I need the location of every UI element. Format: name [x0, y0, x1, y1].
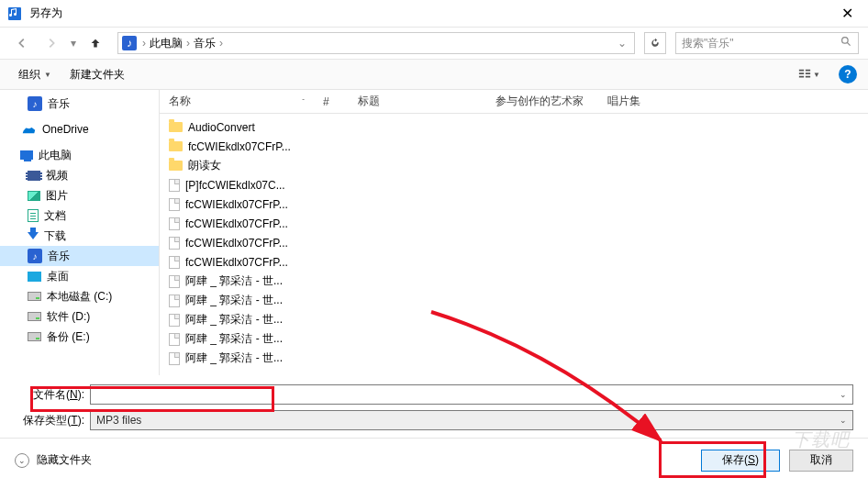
file-row[interactable]: 阿肆 _ 郭采洁 - 世...	[160, 310, 868, 329]
new-folder-button[interactable]: 新建文件夹	[62, 63, 132, 86]
organize-button[interactable]: 组织 ▼	[11, 63, 59, 86]
forward-button[interactable]	[39, 30, 64, 56]
window-title: 另存为	[29, 6, 834, 21]
search-input[interactable]: 搜索"音乐"	[675, 32, 859, 54]
sidebar-item-downloads[interactable]: 下载	[0, 226, 159, 246]
file-row[interactable]: [P]fcCWIEkdlx07C...	[160, 175, 868, 194]
file-row[interactable]: 阿肆 _ 郭采洁 - 世...	[160, 272, 868, 291]
sidebar-item-music[interactable]: 音乐	[0, 94, 159, 114]
sidebar-item-disk-c[interactable]: 本地磁盘 (C:)	[0, 286, 159, 306]
file-name: 阿肆 _ 郭采洁 - 世...	[185, 331, 283, 347]
toolbar: 组织 ▼ 新建文件夹 ▼ ?	[0, 59, 868, 90]
refresh-button[interactable]	[644, 32, 666, 54]
tree-label: 本地磁盘 (C:)	[47, 289, 112, 305]
svg-point-3	[842, 38, 849, 44]
file-row[interactable]: 朗读女	[160, 156, 868, 175]
help-button[interactable]: ?	[839, 65, 857, 83]
new-folder-label: 新建文件夹	[70, 67, 125, 83]
tree-label: 音乐	[48, 96, 70, 112]
file-icon	[169, 179, 180, 192]
documents-icon	[28, 209, 39, 222]
savetype-value: MP3 files	[96, 414, 141, 427]
file-name: 朗读女	[188, 158, 221, 173]
pc-icon	[20, 150, 33, 160]
file-row[interactable]: fcCWIEkdlx07CFrP...	[160, 214, 868, 233]
close-icon[interactable]: ✕	[834, 5, 861, 22]
title-bar: 另存为 ✕	[0, 0, 868, 28]
tree-label: 音乐	[48, 249, 70, 264]
file-name: fcCWIEkdlx07CFrP...	[185, 256, 288, 269]
sidebar-item-onedrive[interactable]: OneDrive	[0, 119, 159, 139]
file-icon	[169, 198, 180, 211]
sidebar: 音乐 OneDrive 此电脑 视频 图片 文档 下载 音乐 桌面 本地磁盘 (…	[0, 90, 159, 375]
file-row[interactable]: 阿肆 _ 郭采洁 - 世...	[160, 291, 868, 310]
save-button[interactable]: 保存(S)	[701, 450, 780, 472]
tree-label: 下载	[44, 228, 66, 244]
file-row[interactable]: 阿肆 _ 郭采洁 - 世...	[160, 349, 868, 368]
folder-icon	[169, 161, 183, 171]
nav-row: ▾ ♪ › 此电脑 › 音乐 › ⌄ 搜索"音乐"	[0, 28, 868, 59]
file-icon	[169, 275, 180, 288]
svg-rect-9	[806, 76, 810, 78]
chevron-down-icon: ▼	[813, 71, 820, 79]
video-icon	[28, 171, 40, 181]
organize-label: 组织	[18, 67, 40, 83]
disk-icon	[28, 332, 41, 341]
column-name[interactable]: 名称ˆ	[160, 94, 314, 109]
chevron-down-icon: ▼	[44, 71, 51, 79]
file-icon	[169, 295, 180, 307]
file-row[interactable]: 阿肆 _ 郭采洁 - 世...	[160, 329, 868, 349]
desktop-icon	[28, 272, 41, 282]
sidebar-item-music-selected[interactable]: 音乐	[0, 246, 159, 266]
file-row[interactable]: fcCWIEkdlx07CFrP...	[160, 137, 868, 156]
view-options-button[interactable]: ▼	[793, 64, 826, 84]
file-name: fcCWIEkdlx07CFrP...	[185, 198, 288, 211]
back-button[interactable]	[9, 30, 35, 56]
column-artist[interactable]: 参与创作的艺术家	[486, 94, 598, 109]
svg-rect-7	[806, 70, 810, 72]
expand-icon[interactable]: ⌄	[15, 453, 29, 468]
sidebar-item-this-pc[interactable]: 此电脑	[0, 145, 159, 165]
address-bar[interactable]: ♪ › 此电脑 › 音乐 › ⌄	[117, 32, 635, 54]
file-name: 阿肆 _ 郭采洁 - 世...	[185, 350, 283, 366]
sidebar-item-documents[interactable]: 文档	[0, 206, 159, 226]
tree-label: 此电脑	[39, 148, 72, 163]
file-name: fcCWIEkdlx07CFrP...	[188, 140, 291, 153]
up-button[interactable]	[83, 30, 108, 56]
sidebar-item-disk-e[interactable]: 备份 (E:)	[0, 327, 159, 347]
file-name: 阿肆 _ 郭采洁 - 世...	[185, 273, 283, 289]
history-dropdown-icon[interactable]: ▾	[68, 30, 79, 56]
folder-icon	[169, 122, 183, 132]
field-area: 文件名(N): ⌄ 保存类型(T): MP3 files ⌄	[0, 375, 868, 438]
file-row[interactable]: AudioConvert	[160, 117, 868, 137]
breadcrumb-pc[interactable]: 此电脑	[148, 36, 184, 51]
sidebar-item-disk-d[interactable]: 软件 (D:)	[0, 306, 159, 327]
tree-label: OneDrive	[42, 123, 89, 136]
onedrive-icon	[20, 123, 37, 136]
column-headers: 名称ˆ # 标题 参与创作的艺术家 唱片集	[160, 90, 868, 114]
search-placeholder: 搜索"音乐"	[682, 36, 734, 51]
sidebar-item-videos[interactable]: 视频	[0, 165, 159, 185]
sidebar-item-pictures[interactable]: 图片	[0, 185, 159, 206]
column-number[interactable]: #	[314, 95, 349, 108]
cancel-button[interactable]: 取消	[789, 450, 853, 472]
breadcrumb-sep: ›	[217, 37, 225, 50]
filename-input[interactable]: ⌄	[90, 384, 853, 405]
column-title[interactable]: 标题	[349, 94, 486, 109]
sidebar-item-desktop[interactable]: 桌面	[0, 266, 159, 286]
hide-folders-link[interactable]: 隐藏文件夹	[37, 452, 92, 468]
file-row[interactable]: fcCWIEkdlx07CFrP...	[160, 252, 868, 272]
file-row[interactable]: fcCWIEkdlx07CFrP...	[160, 233, 868, 252]
music-icon	[28, 249, 42, 263]
address-dropdown-icon[interactable]: ⌄	[614, 37, 630, 50]
file-row[interactable]: fcCWIEkdlx07CFrP...	[160, 194, 868, 214]
file-icon	[169, 314, 180, 327]
footer: ⌄ 隐藏文件夹 保存(S) 取消	[0, 438, 868, 482]
svg-rect-8	[806, 72, 810, 74]
music-icon	[28, 96, 42, 111]
search-icon	[840, 36, 852, 50]
column-album[interactable]: 唱片集	[598, 94, 868, 109]
file-icon	[169, 256, 180, 269]
savetype-select[interactable]: MP3 files ⌄	[90, 410, 853, 430]
breadcrumb-music[interactable]: 音乐	[192, 36, 217, 51]
